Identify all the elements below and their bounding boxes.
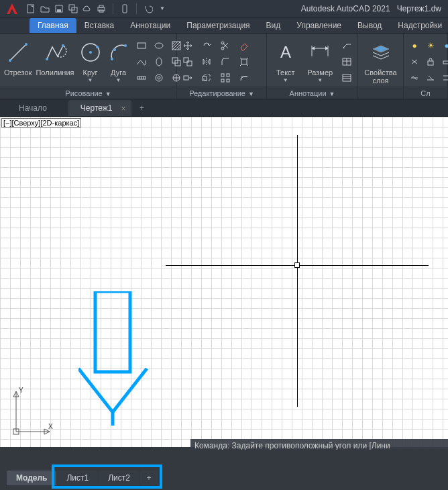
layout-tab-model[interactable]: Модель bbox=[7, 471, 56, 485]
open-icon[interactable] bbox=[40, 3, 50, 14]
filetab-add[interactable]: + bbox=[134, 100, 150, 116]
rotate-icon[interactable] bbox=[200, 39, 213, 52]
bulb2-icon[interactable]: ● bbox=[440, 39, 448, 52]
trim-icon[interactable] bbox=[219, 39, 232, 52]
modify-tools bbox=[181, 36, 252, 85]
offset-icon[interactable] bbox=[237, 71, 251, 85]
svg-rect-39 bbox=[203, 77, 207, 81]
ribbon-tabs: Главная Вставка Аннотации Параметризация… bbox=[0, 17, 448, 34]
fillet-icon[interactable] bbox=[219, 55, 232, 68]
tab-insert[interactable]: Вставка bbox=[76, 18, 123, 33]
l3-icon[interactable] bbox=[440, 71, 448, 85]
text-button[interactable]: A Текст▼ bbox=[271, 36, 300, 83]
tab-parametric[interactable]: Параметризация bbox=[178, 18, 258, 33]
layers-icon bbox=[370, 36, 392, 68]
viewport-controls[interactable]: [−][Сверху][2D-каркас] bbox=[1, 118, 81, 128]
mirror-icon[interactable] bbox=[200, 55, 213, 68]
filetab-doc[interactable]: Чертеж1× bbox=[68, 100, 131, 116]
svg-point-19 bbox=[113, 48, 116, 51]
l2-icon[interactable] bbox=[424, 71, 437, 85]
drawing-area[interactable]: [−][Сверху][2D-каркас] Y X bbox=[0, 117, 448, 447]
annotation-arrow bbox=[78, 291, 152, 428]
point-icon[interactable] bbox=[135, 71, 148, 85]
svg-point-21 bbox=[155, 43, 163, 48]
svg-point-23 bbox=[156, 58, 162, 66]
svg-rect-56 bbox=[443, 61, 448, 64]
svg-point-10 bbox=[9, 59, 11, 62]
donut-icon[interactable] bbox=[152, 71, 166, 85]
quick-access-toolbar: ▼ bbox=[25, 3, 168, 14]
match-icon[interactable] bbox=[440, 55, 448, 68]
saveas-icon[interactable] bbox=[68, 3, 78, 14]
spline-icon[interactable] bbox=[135, 55, 148, 68]
tab-manage[interactable]: Управление bbox=[288, 18, 349, 33]
leader-icon[interactable] bbox=[340, 39, 353, 52]
stretch-icon[interactable] bbox=[181, 71, 194, 85]
tab-home[interactable]: Главная bbox=[30, 18, 76, 33]
move-icon[interactable] bbox=[181, 39, 194, 52]
file-tabs: Начало Чертеж1× + bbox=[0, 99, 448, 117]
svg-rect-52 bbox=[343, 75, 351, 81]
svg-point-17 bbox=[111, 58, 113, 60]
close-icon[interactable]: × bbox=[121, 104, 125, 113]
svg-rect-55 bbox=[428, 61, 433, 65]
print-icon[interactable] bbox=[96, 3, 107, 14]
tab-annotate[interactable]: Аннотации bbox=[122, 18, 178, 33]
freeze-icon[interactable] bbox=[408, 55, 421, 68]
cloud-rev-icon[interactable] bbox=[340, 71, 353, 85]
undo-icon[interactable] bbox=[143, 3, 154, 14]
bulb1-icon[interactable]: ● bbox=[408, 39, 421, 52]
svg-rect-62 bbox=[95, 291, 130, 372]
layout-tab-1[interactable]: Лист1 bbox=[57, 471, 98, 485]
svg-rect-44 bbox=[227, 79, 229, 82]
svg-rect-8 bbox=[123, 5, 127, 13]
explode-icon[interactable] bbox=[237, 55, 251, 68]
svg-rect-38 bbox=[184, 76, 188, 80]
panel-annotation: A Текст▼ Размер▼ Аннотации▼ bbox=[267, 34, 358, 99]
circle-button[interactable]: Круг▼ bbox=[78, 36, 103, 83]
svg-point-12 bbox=[46, 58, 48, 60]
filetab-start[interactable]: Начало bbox=[7, 100, 66, 116]
arc-icon bbox=[107, 36, 131, 68]
svg-rect-36 bbox=[187, 61, 192, 66]
svg-rect-35 bbox=[184, 58, 188, 62]
save-icon[interactable] bbox=[54, 3, 64, 14]
layer-properties-button[interactable]: Свойства слоя bbox=[362, 36, 399, 85]
lock-icon[interactable] bbox=[424, 55, 437, 68]
new-icon[interactable] bbox=[25, 3, 36, 14]
line-button[interactable]: Отрезок bbox=[4, 36, 32, 77]
l1-icon[interactable] bbox=[408, 71, 421, 85]
tab-addins[interactable]: Надстройки bbox=[390, 18, 448, 33]
sun-icon[interactable]: ☀ bbox=[424, 39, 437, 52]
dimension-button[interactable]: Размер▼ bbox=[304, 36, 336, 83]
svg-rect-41 bbox=[221, 74, 224, 77]
text-icon: A bbox=[275, 36, 296, 68]
array-icon[interactable] bbox=[219, 71, 232, 85]
ellipse2-icon[interactable] bbox=[152, 55, 166, 68]
scale-icon[interactable] bbox=[200, 71, 213, 85]
arc-button[interactable]: Дуга▼ bbox=[107, 36, 131, 83]
polyline-icon bbox=[43, 36, 67, 68]
app-logo[interactable] bbox=[3, 1, 21, 16]
rect-icon[interactable] bbox=[135, 39, 148, 52]
tab-output[interactable]: Вывод bbox=[349, 18, 390, 33]
copy-icon[interactable] bbox=[181, 55, 194, 68]
table-icon[interactable] bbox=[340, 55, 353, 68]
svg-rect-20 bbox=[137, 43, 146, 48]
svg-point-18 bbox=[124, 44, 127, 47]
cloud-icon[interactable] bbox=[82, 3, 93, 14]
layout-tabs: Модель Лист1 Лист2 + bbox=[7, 470, 158, 486]
layout-tab-2[interactable]: Лист2 bbox=[99, 471, 139, 485]
chevron-down-icon[interactable]: ▼ bbox=[157, 3, 168, 14]
erase-icon[interactable] bbox=[237, 39, 251, 52]
tab-view[interactable]: Вид bbox=[258, 18, 289, 33]
ellipse-icon[interactable] bbox=[152, 39, 166, 52]
pickbox bbox=[294, 262, 300, 268]
mobile-icon[interactable] bbox=[119, 3, 130, 14]
panel-layers2: ● ☀ ● Сл bbox=[404, 34, 448, 99]
draw-small-tools bbox=[135, 36, 183, 85]
svg-line-9 bbox=[10, 44, 26, 60]
grid bbox=[0, 117, 448, 447]
polyline-button[interactable]: Полилиния bbox=[36, 36, 74, 77]
layout-tab-add[interactable]: + bbox=[140, 471, 158, 485]
